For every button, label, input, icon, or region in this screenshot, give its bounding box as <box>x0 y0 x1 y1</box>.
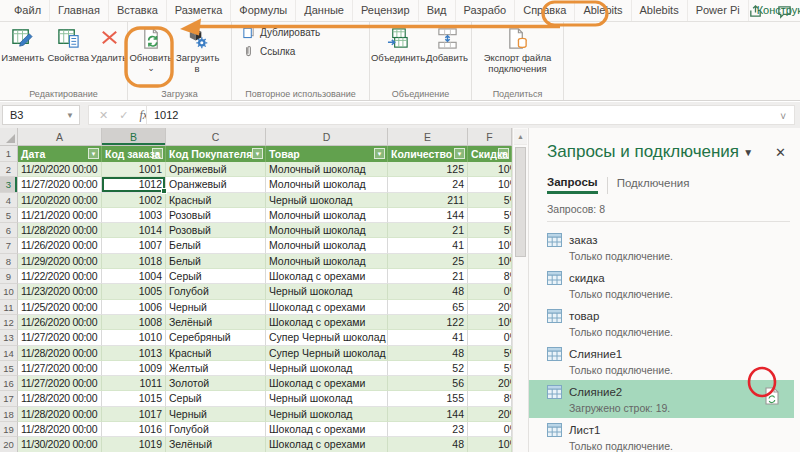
grid-cell[interactable]: 11/20/2020 00:00 <box>18 193 102 208</box>
ribbon-tab-справка[interactable]: Справка <box>515 0 575 21</box>
row-header-8[interactable]: 8 <box>0 254 18 269</box>
grid-cell[interactable]: Зелёный <box>166 315 266 330</box>
grid-cell[interactable]: 0% <box>468 284 512 299</box>
grid-cell[interactable]: Желтый <box>166 361 266 376</box>
grid-cell[interactable]: Шоколад с орехами <box>266 315 388 330</box>
grid-cell[interactable]: 21 <box>388 223 468 238</box>
grid-cell[interactable]: Супер Черный шоколад <box>266 330 388 345</box>
share-icon[interactable] <box>748 4 763 19</box>
grid-cell[interactable]: 52 <box>388 361 468 376</box>
grid-cell[interactable]: 25 <box>388 254 468 269</box>
grid-cell[interactable]: 1015 <box>102 391 166 406</box>
grid-cell[interactable]: 11/27/2020 00:00 <box>18 330 102 345</box>
grid-cell[interactable]: 1018 <box>102 254 166 269</box>
grid-cell[interactable]: Молочный шоколад <box>266 162 388 177</box>
grid-cell[interactable]: 41 <box>388 238 468 253</box>
column-header-B[interactable]: B <box>102 128 166 145</box>
grid-cell[interactable]: 11/26/2020 00:00 <box>18 315 102 330</box>
grid-cell[interactable]: 10% <box>468 162 512 177</box>
table-header-cell[interactable]: Количество▼ <box>388 146 468 162</box>
query-item-слияние1[interactable]: Слияние1Только подключение. <box>529 342 794 380</box>
grid-cell[interactable]: 1007 <box>102 238 166 253</box>
grid-cell[interactable]: 11/27/2020 00:00 <box>18 376 102 391</box>
grid-cell[interactable]: 1004 <box>102 269 166 284</box>
grid-cell[interactable]: 11/23/2020 00:00 <box>18 284 102 299</box>
grid-cell[interactable]: Шоколад с орехами <box>266 422 388 437</box>
grid-cell[interactable]: 10% <box>468 254 512 269</box>
table-header-cell[interactable]: Скидка▼ <box>468 146 512 162</box>
filter-dropdown-icon[interactable]: ▼ <box>498 148 509 159</box>
grid-cell[interactable]: Голубой <box>166 422 266 437</box>
grid-cell[interactable]: Белый <box>166 254 266 269</box>
grid-cell[interactable]: 23 <box>388 422 468 437</box>
grid-cell[interactable]: 11/22/2020 00:00 <box>18 269 102 284</box>
name-box-caret-icon[interactable]: ▼ <box>66 106 74 125</box>
grid-cell[interactable]: 41 <box>388 330 468 345</box>
grid-cell[interactable]: 10% <box>468 238 512 253</box>
filter-dropdown-icon[interactable]: ▼ <box>152 148 163 159</box>
refresh-button[interactable]: Обновить ⌄ <box>128 27 174 72</box>
filter-dropdown-icon[interactable]: ▼ <box>252 148 263 159</box>
filter-dropdown-icon[interactable]: ▼ <box>88 148 99 159</box>
filter-dropdown-icon[interactable]: ▼ <box>454 148 465 159</box>
grid-cell[interactable]: 1006 <box>102 300 166 315</box>
column-header-D[interactable]: D <box>266 128 388 145</box>
ribbon-tab-рецензир[interactable]: Рецензир <box>353 0 419 21</box>
panel-close-icon[interactable]: ✕ <box>775 145 786 160</box>
grid-cell[interactable]: 11/28/2020 00:00 <box>18 223 102 238</box>
grid-cell[interactable]: 1013 <box>102 346 166 361</box>
row-header-3[interactable]: 3 <box>0 177 18 192</box>
row-header-17[interactable]: 17 <box>0 391 18 406</box>
grid-cell[interactable]: 10% <box>468 437 512 452</box>
grid-cell[interactable]: Серебряный <box>166 330 266 345</box>
row-header-12[interactable]: 12 <box>0 315 18 330</box>
panel-options-caret-icon[interactable]: ▼ <box>743 147 753 158</box>
row-header-19[interactable]: 19 <box>0 422 18 437</box>
grid-cell[interactable]: Оранжевый <box>166 177 266 192</box>
grid-cell[interactable]: 10% <box>468 315 512 330</box>
grid-cell[interactable]: 1014 <box>102 223 166 238</box>
grid-cell[interactable]: Розовый <box>166 208 266 223</box>
grid-cell[interactable]: Черный шоколад <box>266 361 388 376</box>
column-header-E[interactable]: E <box>388 128 468 145</box>
grid-cell[interactable]: 5% <box>468 193 512 208</box>
grid-cell[interactable]: 11/30/2020 00:00 <box>18 437 102 452</box>
grid-cell[interactable]: Шоколад с орехами <box>266 437 388 452</box>
ribbon-tab-разметка[interactable]: Разметка <box>167 0 232 21</box>
grid-cell[interactable]: Розовый <box>166 223 266 238</box>
grid-cell[interactable]: 11/26/2020 00:00 <box>18 238 102 253</box>
grid-cell[interactable]: 144 <box>388 208 468 223</box>
grid-cell[interactable]: 1001 <box>102 162 166 177</box>
grid-cell[interactable]: Черный <box>166 300 266 315</box>
selected-cell[interactable]: 1012 <box>102 177 166 192</box>
grid-cell[interactable]: 5% <box>468 361 512 376</box>
ribbon-tab-ablebits[interactable]: Ablebits <box>632 0 688 21</box>
properties-button[interactable]: Свойства <box>46 27 92 64</box>
grid-cell[interactable]: 11/21/2020 00:00 <box>18 208 102 223</box>
grid-cell[interactable]: Оранжевый <box>166 162 266 177</box>
row-header-14[interactable]: 14 <box>0 346 18 361</box>
delete-query-button[interactable]: Удалить <box>91 27 127 64</box>
grid-cell[interactable]: Голубой <box>166 284 266 299</box>
ribbon-tab-главная[interactable]: Главная <box>50 0 109 21</box>
grid-cell[interactable]: 10% <box>468 177 512 192</box>
expand-formula-bar-icon[interactable]: ˅ <box>780 108 786 126</box>
grid-cell[interactable]: Черный шоколад <box>266 193 388 208</box>
grid-cell[interactable]: 5% <box>468 208 512 223</box>
grid-cell[interactable]: 24 <box>388 177 468 192</box>
query-item-заказ[interactable]: заказТолько подключение. <box>529 228 794 266</box>
grid-cell[interactable]: Супер Черный шоколад <box>266 346 388 361</box>
grid-cell[interactable]: Молочный шоколад <box>266 223 388 238</box>
grid-cell[interactable]: Черный <box>166 407 266 422</box>
grid-cell[interactable]: 11/28/2020 00:00 <box>18 346 102 361</box>
grid-cell[interactable]: 11/27/2020 00:00 <box>18 361 102 376</box>
grid-cell[interactable]: 211 <box>388 193 468 208</box>
grid-cell[interactable]: 1005 <box>102 284 166 299</box>
row-header-15[interactable]: 15 <box>0 361 18 376</box>
export-connection-button[interactable]: Экспорт файла подключения <box>477 27 559 74</box>
row-header-5[interactable]: 5 <box>0 208 18 223</box>
grid-cell[interactable]: 11/28/2020 00:00 <box>18 422 102 437</box>
grid-cell[interactable]: 1019 <box>102 437 166 452</box>
grid-cell[interactable]: 1016 <box>102 422 166 437</box>
row-header-7[interactable]: 7 <box>0 238 18 253</box>
